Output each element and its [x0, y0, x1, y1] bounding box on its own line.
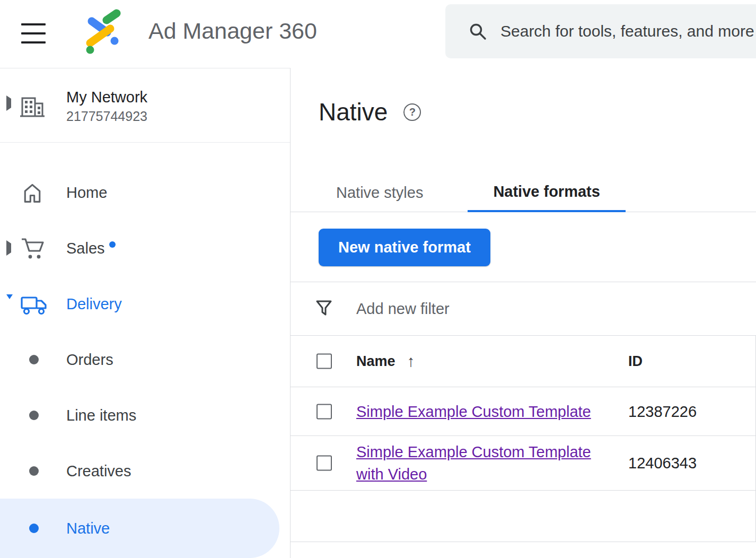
select-all-checkbox[interactable]: [317, 354, 332, 369]
bullet-icon: [29, 355, 39, 364]
search-bar[interactable]: Search for tools, features, and more: [445, 4, 756, 58]
bullet-icon: [29, 524, 39, 533]
name-column-label: Name: [356, 353, 395, 370]
filter-funnel-icon: [315, 299, 332, 317]
truck-icon: [20, 292, 48, 316]
format-id: 12387226: [628, 403, 697, 420]
sidebar-item-sales[interactable]: Sales: [0, 220, 290, 276]
network-name: My Network: [66, 89, 147, 106]
sidebar-item-label: Line items: [66, 406, 136, 424]
name-column-header[interactable]: Name ↑: [356, 352, 415, 370]
home-icon: [20, 181, 45, 204]
sidebar: My Network 21775744923 Home: [0, 68, 291, 558]
native-format-link[interactable]: Simple Example Custom Template: [356, 400, 591, 422]
page-title: Native: [319, 98, 388, 126]
sidebar-item-label: Home: [66, 184, 107, 201]
sidebar-item-label: Native: [66, 520, 110, 537]
new-native-format-button[interactable]: New native format: [319, 229, 490, 266]
ad-manager-page: Ad Manager 360 Search for tools, feature…: [0, 0, 756, 558]
sidebar-item-delivery[interactable]: Delivery: [0, 276, 290, 332]
cart-icon: [20, 236, 46, 260]
topbar: Ad Manager 360 Search for tools, feature…: [0, 0, 756, 68]
network-selector[interactable]: My Network 21775744923: [0, 68, 290, 143]
native-format-link[interactable]: Simple Example Custom Template with Vide…: [356, 441, 606, 485]
collapse-down-icon: [6, 299, 13, 309]
sidebar-item-orders[interactable]: Orders: [0, 332, 290, 387]
native-formats-table: Name ↑ ID Simple Example Custom Template…: [291, 336, 756, 542]
filter-bar[interactable]: Add new filter: [291, 282, 756, 336]
table-row: Simple Example Custom Template with Vide…: [291, 436, 755, 491]
sort-ascending-icon: ↑: [407, 352, 415, 370]
notification-dot: [109, 241, 116, 248]
table-header-row: Name ↑ ID: [291, 336, 755, 387]
building-icon: [19, 93, 46, 118]
page-head: Native ?: [319, 98, 421, 126]
tab-bar: Native styles Native formats: [291, 173, 756, 212]
sidebar-nav: Home Sales: [0, 143, 290, 558]
add-filter-label: Add new filter: [356, 300, 450, 318]
row-checkbox[interactable]: [317, 404, 332, 419]
sidebar-item-line-items[interactable]: Line items: [0, 387, 290, 443]
toolbar: New native format: [291, 212, 756, 282]
menu-icon[interactable]: [21, 23, 46, 43]
id-column-header: ID: [628, 353, 643, 370]
table-empty-row: [291, 491, 755, 542]
sidebar-item-home[interactable]: Home: [0, 164, 290, 220]
sidebar-item-label: Orders: [66, 351, 113, 368]
tab-native-formats[interactable]: Native formats: [468, 173, 625, 212]
expand-right-icon: [6, 243, 11, 253]
sidebar-item-label: Delivery: [66, 295, 122, 312]
bullet-icon: [29, 411, 39, 420]
format-id: 12406343: [628, 455, 697, 472]
main-content: Native ? Native styles Native formats Ne…: [291, 68, 756, 558]
table-row: Simple Example Custom Template 12387226: [291, 387, 755, 436]
help-icon[interactable]: ?: [403, 103, 421, 121]
row-checkbox[interactable]: [317, 456, 332, 471]
sidebar-item-label: Sales: [66, 239, 105, 257]
network-id: 21775744923: [66, 109, 147, 124]
search-icon: [469, 22, 487, 40]
ad-manager-logo-icon: [78, 8, 127, 57]
tab-native-styles[interactable]: Native styles: [318, 173, 441, 212]
app-title: Ad Manager 360: [148, 18, 317, 44]
sidebar-item-native[interactable]: Native: [0, 499, 279, 558]
sidebar-item-creatives[interactable]: Creatives: [0, 443, 290, 499]
expand-right-icon: [6, 99, 11, 108]
search-placeholder: Search for tools, features, and more: [500, 22, 754, 40]
sidebar-item-label: Creatives: [66, 462, 131, 479]
bullet-icon: [29, 466, 39, 476]
